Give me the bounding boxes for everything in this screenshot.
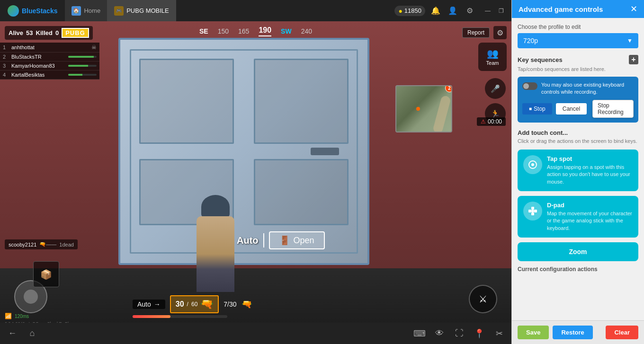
compass-v3: 190 bbox=[259, 26, 271, 36]
top-bar: BlueStacks 🏠 Home 🎮 PUBG MOBILE ● 11850 … bbox=[0, 0, 511, 21]
team-button[interactable]: 👥 Team bbox=[478, 43, 507, 71]
toggle-knob bbox=[523, 83, 529, 89]
alive-killed-hud: Alive 53 Killed 0 PUBG bbox=[5, 26, 93, 40]
action-button-right[interactable]: ⚔ bbox=[469, 285, 497, 313]
team-hud: 👥 Team bbox=[478, 43, 507, 71]
top-right-hud: Report ⚙ bbox=[462, 26, 507, 39]
wifi-icon: 📶 bbox=[5, 313, 12, 319]
joystick-knob bbox=[24, 290, 38, 304]
settings-icon[interactable]: ⚙ bbox=[463, 4, 476, 18]
panel-close-button[interactable]: ✕ bbox=[630, 5, 637, 13]
alive-count: 53 bbox=[26, 29, 33, 36]
compass-sw: SW bbox=[281, 27, 292, 35]
stop-button[interactable]: ■ Stop bbox=[522, 103, 552, 115]
mic-button[interactable]: 🎤 bbox=[485, 78, 506, 99]
timer-value: 00:00 bbox=[488, 118, 502, 125]
report-button[interactable]: Report bbox=[462, 27, 490, 38]
restore-button[interactable]: ❐ bbox=[495, 5, 507, 17]
timer-area: ⚠ 00:00 bbox=[477, 117, 506, 126]
open-label: Open bbox=[294, 236, 314, 246]
tap-spot-desc: Assign tapping on a spot with this actio… bbox=[547, 164, 633, 185]
svg-rect-3 bbox=[531, 212, 534, 215]
mic-area: 🎤 bbox=[485, 78, 506, 99]
svg-rect-5 bbox=[534, 210, 537, 212]
spectating-dead: 1dead bbox=[59, 242, 74, 247]
ping-value: 120ms bbox=[15, 314, 29, 319]
panel-body: Choose the profile to edit 720p ▼ Key se… bbox=[512, 18, 644, 320]
svg-rect-2 bbox=[531, 207, 534, 210]
minimap-inner bbox=[396, 86, 451, 132]
eye-icon[interactable]: 👁 bbox=[432, 326, 447, 341]
pubg-tab[interactable]: 🎮 PUBG MOBILE bbox=[107, 0, 176, 21]
player-list: 1 anhthottat ☠ 2 BluStacksTR 3 KamyarHoo… bbox=[0, 43, 99, 79]
key-sequences-sub: Tap/combo sequences are listed here. bbox=[518, 66, 638, 72]
stop-cancel-row: ■ Stop Cancel Stop Recording bbox=[522, 100, 634, 118]
compass-v2: 165 bbox=[238, 27, 249, 35]
back-button[interactable]: ← bbox=[5, 326, 20, 341]
player-row-2: 2 BluStacksTR bbox=[0, 53, 99, 62]
auto-label: Auto bbox=[237, 235, 259, 246]
recording-text: You may also use existing keyboard contr… bbox=[541, 81, 634, 96]
key-sequences-section: Key sequences + bbox=[518, 55, 638, 64]
account-icon[interactable]: 👤 bbox=[446, 4, 459, 18]
bluestacks-logo[interactable]: BlueStacks bbox=[0, 5, 65, 17]
killed-count: 0 bbox=[55, 29, 59, 36]
alive-label: Alive bbox=[9, 29, 23, 36]
dpad-title: D-pad bbox=[547, 202, 633, 209]
cancel-button[interactable]: Cancel bbox=[556, 103, 587, 115]
dpad-icon bbox=[523, 202, 542, 221]
tap-spot-text: Tap spot Assign tapping on a spot with t… bbox=[547, 155, 633, 185]
tap-spot-icon bbox=[523, 155, 542, 174]
dpad-text: D-pad Map the movement of your character… bbox=[547, 202, 633, 232]
compass-se: SE bbox=[199, 27, 208, 35]
hp-fill bbox=[133, 315, 170, 318]
add-touch-title: Add touch cont... bbox=[518, 129, 638, 136]
notification-icon[interactable]: 🔔 bbox=[429, 4, 442, 18]
panel-title: Advanced game controls bbox=[519, 5, 603, 13]
pubg-tab-icon: 🎮 bbox=[114, 6, 124, 16]
zoom-card[interactable]: Zoom bbox=[518, 242, 638, 261]
screen-icon[interactable]: ⛶ bbox=[452, 326, 467, 341]
secondary-ammo: 7/30 bbox=[224, 300, 236, 308]
pubg-badge: PUBG bbox=[62, 28, 89, 38]
home-tab[interactable]: 🏠 Home bbox=[65, 0, 107, 21]
clear-button[interactable]: Clear bbox=[606, 326, 638, 339]
tap-spot-card[interactable]: Tap spot Assign tapping on a spot with t… bbox=[518, 150, 638, 191]
weapon-icon: 🔫 bbox=[200, 298, 213, 310]
compass-v1: 150 bbox=[218, 27, 229, 35]
spectating-info: scooby2121 🔫—— 1dead bbox=[5, 239, 78, 249]
add-sequence-button[interactable]: + bbox=[629, 55, 638, 64]
recording-toggle[interactable] bbox=[522, 82, 537, 90]
game-settings-icon[interactable]: ⚙ bbox=[493, 26, 507, 39]
ammo-display: Auto → 30 / 60 🔫 7/30 🔫 bbox=[133, 295, 252, 313]
home-tab-icon: 🏠 bbox=[72, 6, 81, 16]
location-icon[interactable]: 📍 bbox=[472, 326, 487, 341]
dropdown-arrow-icon: ▼ bbox=[627, 37, 633, 44]
door-panel-bottom-right bbox=[254, 159, 349, 225]
cut-icon[interactable]: ✂ bbox=[492, 326, 507, 341]
dpad-card[interactable]: D-pad Map the movement of your character… bbox=[518, 196, 638, 238]
auto-tag-label: Auto bbox=[137, 300, 151, 308]
skull-icon-1: ☠ bbox=[91, 44, 97, 51]
profile-dropdown[interactable]: 720p ▼ bbox=[518, 33, 638, 48]
player-row-3: 3 KamyarHooman83 bbox=[0, 62, 99, 71]
right-panel: Advanced game controls ✕ Choose the prof… bbox=[511, 0, 644, 344]
ammo-separator: / bbox=[187, 301, 188, 308]
stop-recording-tooltip: Stop Recording bbox=[592, 100, 634, 118]
health-bar-3 bbox=[68, 65, 97, 67]
game-area: Alive 53 Killed 0 PUBG SE 150 165 190 SW… bbox=[0, 0, 511, 344]
minimize-button[interactable]: — bbox=[482, 5, 493, 17]
item-slot[interactable]: 📦 bbox=[33, 261, 59, 287]
restore-button[interactable]: Restore bbox=[553, 326, 592, 339]
home-button[interactable]: ⌂ bbox=[25, 326, 40, 341]
save-button[interactable]: Save bbox=[518, 326, 549, 339]
auto-fire-tag: Auto → bbox=[133, 300, 165, 309]
primary-weapon-slot[interactable]: 30 / 60 🔫 bbox=[170, 295, 219, 313]
open-button[interactable]: 🚪 Open bbox=[269, 231, 325, 249]
svg-point-1 bbox=[531, 163, 534, 166]
coin-amount: 11850 bbox=[404, 7, 421, 14]
keyboard-icon[interactable]: ⌨ bbox=[412, 326, 427, 341]
health-bar-4 bbox=[68, 74, 97, 76]
team-label: Team bbox=[486, 60, 499, 66]
compass: SE 150 165 190 SW 240 bbox=[199, 26, 312, 36]
